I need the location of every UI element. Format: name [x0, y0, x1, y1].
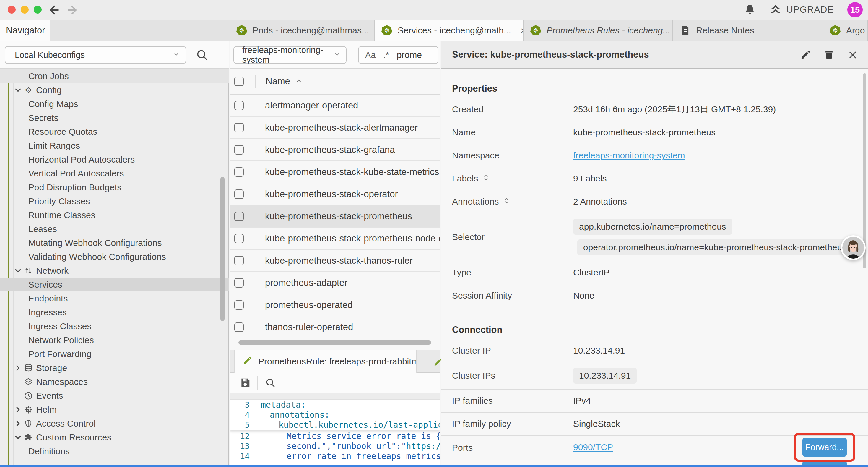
sidebar-item-leases[interactable]: Leases [0, 222, 229, 236]
minimize-window-button[interactable] [21, 6, 29, 13]
namespace-select[interactable]: freeleaps-monitoring-system [234, 46, 346, 64]
row-checkbox[interactable] [234, 322, 244, 332]
edit-pencil-icon[interactable] [800, 50, 811, 60]
yaml-editor[interactable]: 110","for":"1m","labels":{"service":"12M… [229, 400, 440, 467]
close-tab-icon[interactable]: × [521, 25, 524, 36]
sidebar-item-ingresses[interactable]: Ingresses [0, 305, 229, 319]
delete-trash-icon[interactable] [824, 50, 834, 60]
row-checkbox[interactable] [234, 278, 244, 288]
sidebar-item-runtime-classes[interactable]: Runtime Classes [0, 208, 229, 222]
table-row[interactable]: kube-prometheus-stack-grafana [229, 139, 440, 161]
expand-collapse-icon[interactable] [503, 197, 510, 207]
row-checkbox[interactable] [234, 300, 244, 310]
notifications-bell-icon[interactable] [744, 4, 756, 16]
table-row[interactable]: thanos-ruler-operated [229, 316, 440, 339]
assistant-avatar[interactable] [841, 235, 866, 260]
chevron-right-icon[interactable] [13, 419, 23, 428]
sidebar-item-events[interactable]: Events [0, 389, 229, 403]
sidebar-item-port-forwarding[interactable]: Port Forwarding [0, 347, 229, 361]
tab-pods[interactable]: ☸Pods - icecheng@mathmas... [229, 20, 375, 41]
sidebar-item-storage[interactable]: Storage [0, 361, 229, 375]
row-checkbox[interactable] [234, 167, 244, 177]
chevron-right-icon[interactable] [13, 405, 23, 414]
sidebar-item-definitions[interactable]: Definitions [0, 444, 229, 458]
tab-release[interactable]: Release Notes [673, 20, 823, 41]
search-input[interactable]: Aa .* prome [358, 46, 438, 64]
table-row[interactable]: kube-prometheus-stack-prometheus [229, 205, 440, 228]
chevron-down-icon[interactable] [13, 266, 23, 275]
detail-scrollbar[interactable] [863, 73, 866, 268]
table-horizontal-scrollbar[interactable] [239, 341, 431, 345]
tab-services[interactable]: ☸Services - icecheng@math...× [375, 20, 524, 41]
sidebar-item-access-control[interactable]: Access Control [0, 416, 229, 430]
sidebar-item-vertical-pod-autoscalers[interactable]: Vertical Pod Autoscalers [0, 167, 229, 180]
row-checkbox[interactable] [234, 123, 244, 133]
sidebar-item-custom-resources[interactable]: Custom Resources [0, 430, 229, 444]
row-checkbox[interactable] [234, 145, 244, 154]
sidebar-item-endpoints[interactable]: Endpoints [0, 291, 229, 305]
chevron-down-icon[interactable] [13, 433, 23, 442]
sidebar-item-helm[interactable]: Helm [0, 403, 229, 416]
sort-asc-icon[interactable] [295, 78, 303, 85]
table-row[interactable]: prometheus-adapter [229, 272, 440, 294]
regex-toggle[interactable]: .* [383, 50, 389, 60]
tab-argo[interactable]: ☸Argo Se [823, 20, 868, 41]
row-checkbox[interactable] [234, 212, 244, 221]
sidebar-scrollbar[interactable] [220, 177, 224, 321]
table-row[interactable]: kube-prometheus-stack-prometheus-node-ex… [229, 228, 440, 250]
sidebar-item-namespaces[interactable]: Namespaces [0, 375, 229, 389]
row-checkbox[interactable] [234, 189, 244, 199]
navigator-tab[interactable]: Navigator [0, 20, 50, 41]
table-row[interactable]: alertmanager-operated [229, 95, 440, 117]
kubeconfig-select[interactable]: Local Kubeconfigs [5, 46, 186, 64]
sidebar-item-pod-disruption-budgets[interactable]: Pod Disruption Budgets [0, 180, 229, 194]
sidebar-item-cron-jobs[interactable]: Cron Jobs [0, 69, 229, 83]
tab-prometheus[interactable]: ☸Prometheus Rules - icecheng... [524, 20, 673, 41]
sidebar-item-validating-webhook-configurations[interactable]: Validating Webhook Configurations [0, 250, 229, 264]
row-checkbox[interactable] [234, 256, 244, 265]
close-icon[interactable] [847, 50, 858, 60]
table-row[interactable]: kube-prometheus-stack-operator [229, 183, 440, 205]
forward-button[interactable]: Forward... [802, 438, 847, 457]
window-controls[interactable] [8, 6, 42, 13]
sidebar-item-network-policies[interactable]: Network Policies [0, 333, 229, 347]
code-line-3: 3metadata: [229, 400, 440, 410]
table-row[interactable]: kube-prometheus-stack-alertmanager [229, 117, 440, 139]
table-row[interactable]: kube-prometheus-stack-kube-state-metrics [229, 161, 440, 183]
namespace-link[interactable]: freeleaps-monitoring-system [573, 150, 685, 160]
table-row[interactable]: kube-prometheus-stack-thanos-ruler [229, 250, 440, 272]
name-column-header[interactable]: Name [266, 76, 290, 87]
back-arrow-icon[interactable] [48, 4, 61, 17]
notification-count-badge[interactable]: 15 [847, 2, 863, 18]
sidebar-item-secrets[interactable]: Secrets [0, 111, 229, 125]
close-window-button[interactable] [8, 6, 16, 13]
forward-arrow-icon[interactable] [66, 4, 79, 17]
chevron-right-icon[interactable] [13, 363, 23, 372]
port-link[interactable]: 9090/TCP [573, 442, 613, 452]
sidebar-item-network[interactable]: Network [0, 264, 229, 278]
sidebar-item-config-maps[interactable]: Config Maps [0, 97, 229, 111]
editor-search-icon[interactable] [265, 377, 276, 388]
row-checkbox[interactable] [234, 101, 244, 110]
sidebar-item-horizontal-pod-autoscalers[interactable]: Horizontal Pod Autoscalers [0, 152, 229, 167]
editor-tab-prometheusrule[interactable]: PrometheusRule: freeleaps-prod-rabbitmq [234, 350, 416, 373]
expand-collapse-icon[interactable] [482, 174, 490, 183]
sidebar-search-icon[interactable] [195, 49, 209, 61]
zoom-window-button[interactable] [34, 6, 42, 13]
row-checkbox[interactable] [234, 234, 244, 243]
select-all-checkbox[interactable] [234, 77, 244, 86]
chevron-down-icon[interactable] [13, 86, 23, 95]
table-row[interactable]: prometheus-operated [229, 294, 440, 316]
sidebar-item-ingress-classes[interactable]: Ingress Classes [0, 319, 229, 333]
sidebar-item-config[interactable]: ⚙Config [0, 83, 229, 97]
sidebar-item-services[interactable]: Services [0, 278, 229, 291]
sidebar-item-resource-quotas[interactable]: Resource Quotas [0, 125, 229, 139]
sidebar-item-limit-ranges[interactable]: Limit Ranges [0, 139, 229, 152]
upgrade-button[interactable]: UPGRADE [769, 4, 834, 16]
match-case-toggle[interactable]: Aa [365, 50, 375, 60]
sidebar-item-priority-classes[interactable]: Priority Classes [0, 194, 229, 208]
save-icon[interactable] [240, 377, 251, 388]
code-segment[interactable]: https://net [406, 441, 440, 451]
detail-row-type: TypeClusterIP [441, 261, 868, 284]
sidebar-item-mutating-webhook-configurations[interactable]: Mutating Webhook Configurations [0, 236, 229, 250]
